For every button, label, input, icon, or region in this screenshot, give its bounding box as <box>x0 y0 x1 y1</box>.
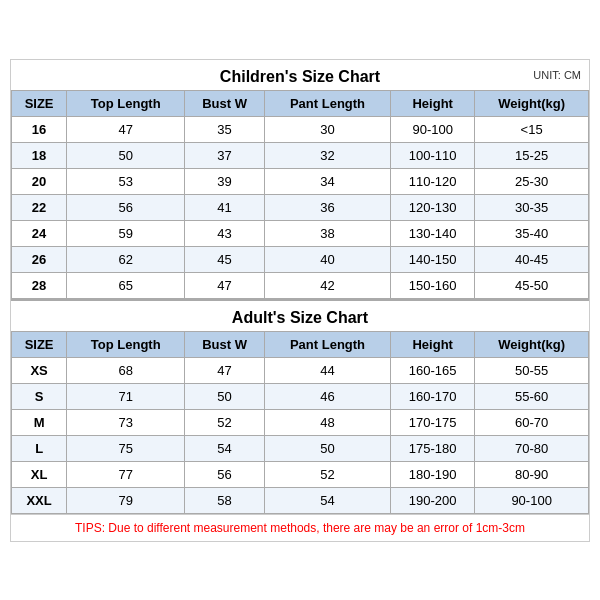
table-cell: XS <box>12 357 67 383</box>
table-cell: 55-60 <box>475 383 589 409</box>
table-cell: 71 <box>67 383 185 409</box>
adult-col-size: SIZE <box>12 331 67 357</box>
table-cell: 22 <box>12 194 67 220</box>
table-row: 20533934110-12025-30 <box>12 168 589 194</box>
table-cell: 30-35 <box>475 194 589 220</box>
table-cell: 42 <box>264 272 390 298</box>
table-cell: 59 <box>67 220 185 246</box>
table-cell: 62 <box>67 246 185 272</box>
table-row: 22564136120-13030-35 <box>12 194 589 220</box>
table-cell: 15-25 <box>475 142 589 168</box>
table-cell: 34 <box>264 168 390 194</box>
table-row: XXL795854190-20090-100 <box>12 487 589 513</box>
table-cell: 56 <box>185 461 265 487</box>
adult-title-text: Adult's Size Chart <box>232 309 368 326</box>
table-cell: 47 <box>185 272 265 298</box>
table-cell: 35-40 <box>475 220 589 246</box>
table-cell: <15 <box>475 116 589 142</box>
table-cell: 190-200 <box>391 487 475 513</box>
children-title: Children's Size Chart UNIT: CM <box>11 60 589 90</box>
table-cell: XL <box>12 461 67 487</box>
table-cell: 58 <box>185 487 265 513</box>
adult-col-top-length: Top Length <box>67 331 185 357</box>
col-top-length: Top Length <box>67 90 185 116</box>
table-cell: 53 <box>67 168 185 194</box>
table-cell: 39 <box>185 168 265 194</box>
table-cell: 43 <box>185 220 265 246</box>
table-cell: 20 <box>12 168 67 194</box>
table-cell: 100-110 <box>391 142 475 168</box>
table-cell: 50 <box>264 435 390 461</box>
adult-table: SIZE Top Length Bust W Pant Length Heigh… <box>11 331 589 514</box>
unit-label: UNIT: CM <box>533 69 581 81</box>
table-row: 28654742150-16045-50 <box>12 272 589 298</box>
table-cell: 73 <box>67 409 185 435</box>
tips-text: TIPS: Due to different measurement metho… <box>75 521 525 535</box>
table-cell: 52 <box>264 461 390 487</box>
children-tbody: 1647353090-100<1518503732100-11015-25205… <box>12 116 589 298</box>
table-cell: 80-90 <box>475 461 589 487</box>
table-cell: 50 <box>185 383 265 409</box>
table-cell: 36 <box>264 194 390 220</box>
table-cell: 52 <box>185 409 265 435</box>
table-cell: 160-165 <box>391 357 475 383</box>
table-cell: 40-45 <box>475 246 589 272</box>
table-cell: M <box>12 409 67 435</box>
table-cell: 150-160 <box>391 272 475 298</box>
col-size: SIZE <box>12 90 67 116</box>
table-cell: 37 <box>185 142 265 168</box>
table-cell: 68 <box>67 357 185 383</box>
col-height: Height <box>391 90 475 116</box>
table-cell: 26 <box>12 246 67 272</box>
table-cell: 54 <box>185 435 265 461</box>
table-cell: 35 <box>185 116 265 142</box>
table-row: L755450175-18070-80 <box>12 435 589 461</box>
adult-col-weight: Weight(kg) <box>475 331 589 357</box>
table-cell: 16 <box>12 116 67 142</box>
adult-col-height: Height <box>391 331 475 357</box>
table-row: M735248170-17560-70 <box>12 409 589 435</box>
table-cell: 175-180 <box>391 435 475 461</box>
table-cell: 46 <box>264 383 390 409</box>
table-cell: 77 <box>67 461 185 487</box>
table-cell: 140-150 <box>391 246 475 272</box>
children-title-text: Children's Size Chart <box>220 68 380 85</box>
table-cell: 56 <box>67 194 185 220</box>
table-cell: 54 <box>264 487 390 513</box>
table-cell: 24 <box>12 220 67 246</box>
table-cell: 30 <box>264 116 390 142</box>
table-row: XL775652180-19080-90 <box>12 461 589 487</box>
table-row: 24594338130-14035-40 <box>12 220 589 246</box>
table-cell: 160-170 <box>391 383 475 409</box>
table-cell: 110-120 <box>391 168 475 194</box>
col-pant-length: Pant Length <box>264 90 390 116</box>
table-cell: 50-55 <box>475 357 589 383</box>
table-cell: 130-140 <box>391 220 475 246</box>
table-cell: 120-130 <box>391 194 475 220</box>
table-cell: 38 <box>264 220 390 246</box>
table-row: S715046160-17055-60 <box>12 383 589 409</box>
adult-col-pant-length: Pant Length <box>264 331 390 357</box>
table-cell: L <box>12 435 67 461</box>
table-cell: S <box>12 383 67 409</box>
table-cell: 45-50 <box>475 272 589 298</box>
adult-title: Adult's Size Chart <box>11 299 589 331</box>
table-cell: 70-80 <box>475 435 589 461</box>
table-cell: 48 <box>264 409 390 435</box>
table-cell: 18 <box>12 142 67 168</box>
table-cell: 41 <box>185 194 265 220</box>
col-bust-w: Bust W <box>185 90 265 116</box>
table-cell: 75 <box>67 435 185 461</box>
table-row: XS684744160-16550-55 <box>12 357 589 383</box>
table-cell: 170-175 <box>391 409 475 435</box>
table-cell: 90-100 <box>475 487 589 513</box>
table-cell: 50 <box>67 142 185 168</box>
table-cell: 28 <box>12 272 67 298</box>
table-cell: 65 <box>67 272 185 298</box>
table-cell: 60-70 <box>475 409 589 435</box>
tips-row: TIPS: Due to different measurement metho… <box>11 514 589 541</box>
table-cell: 47 <box>185 357 265 383</box>
children-header-row: SIZE Top Length Bust W Pant Length Heigh… <box>12 90 589 116</box>
adult-header-row: SIZE Top Length Bust W Pant Length Heigh… <box>12 331 589 357</box>
table-cell: XXL <box>12 487 67 513</box>
